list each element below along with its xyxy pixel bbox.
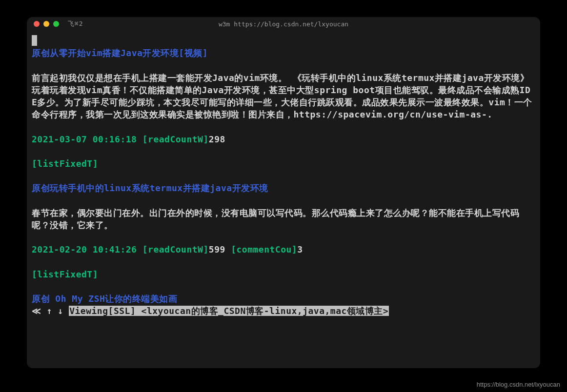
article-body: 前言起初我仅仅是想在手机上搭建一套能开发Java的vim环境。 《玩转手机中的l… xyxy=(32,73,532,120)
read-count-label: [readCountW] xyxy=(142,244,209,255)
status-prefix: ≪ ↑ ↓ xyxy=(32,306,69,316)
minimize-icon[interactable] xyxy=(43,21,49,27)
read-count-value: 298 xyxy=(209,134,225,144)
tab-label: 飞⌘2 xyxy=(68,20,83,28)
list-fixed-tag: [listFixedT] xyxy=(32,158,98,169)
list-fixed-tag: [listFixedT] xyxy=(32,269,98,279)
watermark-text: https://blog.csdn.net/lxyoucan xyxy=(477,381,560,388)
page-root: 飞⌘2 w3m https://blog.csdn.net/lxyoucan 原… xyxy=(0,0,567,392)
zoom-icon[interactable] xyxy=(53,21,59,27)
terminal-body[interactable]: 原创从零开始vim搭建Java开发环境[视频] 前言起初我仅仅是想在手机上搭建一… xyxy=(27,31,540,317)
terminal-window: 飞⌘2 w3m https://blog.csdn.net/lxyoucan 原… xyxy=(27,17,540,368)
traffic-lights xyxy=(34,21,59,27)
comment-count-value: 3 xyxy=(297,244,303,255)
read-count-value: 599 xyxy=(209,244,225,255)
read-count-label: [readCountW] xyxy=(142,134,209,144)
w3m-status-bar: Viewing[SSL] <lxyoucan的博客_CSDN博客-linux,j… xyxy=(69,306,389,316)
article-date: 2021-03-07 00:16:18 xyxy=(32,134,137,144)
article-body: 春节在家，偶尔要出门在外。出门在外的时候，没有电脑可以写代码。那么代码瘾上来了怎… xyxy=(32,208,519,230)
window-title: w3m https://blog.csdn.net/lxyoucan xyxy=(27,20,540,28)
article-title-link[interactable]: 原创从零开始vim搭建Java开发环境[视频] xyxy=(32,48,208,58)
comment-count-label: [commentCou] xyxy=(231,244,297,255)
text-cursor xyxy=(32,35,37,46)
article-title-link[interactable]: 原创玩转手机中的linux系统termux并搭建java开发环境 xyxy=(32,183,268,193)
close-icon[interactable] xyxy=(34,21,40,27)
article-title-link[interactable]: 原创 Oh My ZSH让你的终端美如画 xyxy=(32,294,177,304)
article-date: 2021-02-20 10:41:26 xyxy=(32,244,137,255)
window-titlebar: 飞⌘2 w3m https://blog.csdn.net/lxyoucan xyxy=(27,17,540,31)
